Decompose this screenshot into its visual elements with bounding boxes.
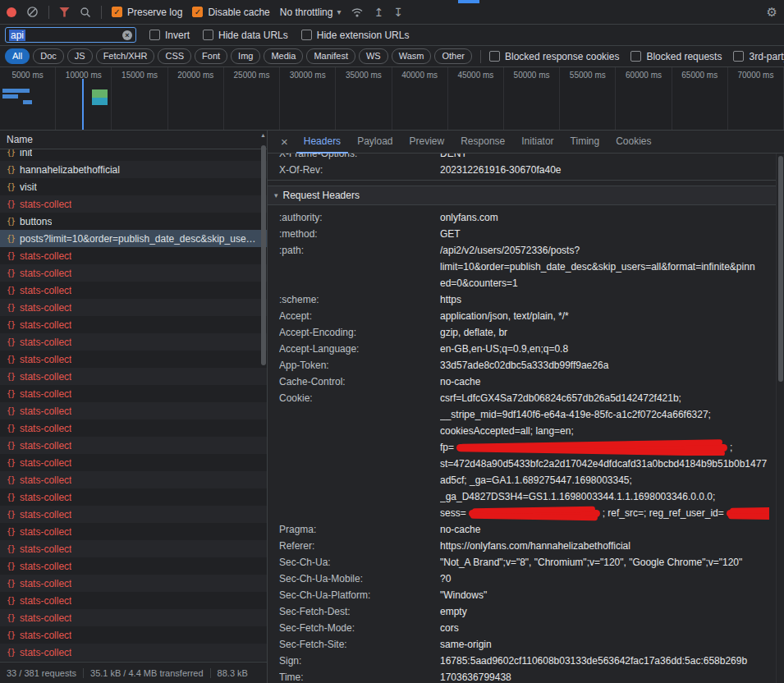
request-row[interactable]: {}stats-collect: [0, 557, 267, 575]
braces-icon: {}: [7, 544, 15, 553]
network-conditions-icon[interactable]: [351, 7, 364, 18]
filter-chip-font[interactable]: Font: [195, 48, 227, 64]
record-button[interactable]: [7, 7, 16, 17]
request-row[interactable]: {}stats-collect: [0, 368, 267, 385]
header-name: App-Token:: [279, 357, 440, 374]
request-row[interactable]: {}stats-collect: [0, 523, 267, 540]
tab-cookies[interactable]: Cookies: [608, 131, 658, 154]
search-icon[interactable]: [80, 7, 91, 18]
header-value: cors: [440, 620, 769, 636]
filter-chip-other[interactable]: Other: [434, 48, 472, 64]
request-row[interactable]: {}hannahelizabethofficial: [0, 161, 267, 178]
filter-chip-js[interactable]: JS: [67, 48, 93, 64]
header-value-line: __stripe_mid=9df140f6-e64a-419e-85fc-a1c…: [440, 406, 769, 423]
braces-icon: {}: [7, 613, 15, 622]
request-row[interactable]: {}stats-collect: [0, 471, 267, 488]
request-row[interactable]: {}stats-collect: [0, 488, 267, 506]
3rd-party-requests-checkbox[interactable]: 3rd-party requests: [733, 51, 784, 62]
disable-cache-checkbox[interactable]: ✓ Disable cache: [192, 7, 269, 18]
tab-timing[interactable]: Timing: [563, 131, 607, 154]
filter-chip-manifest[interactable]: Manifest: [306, 48, 355, 64]
request-row[interactable]: {}stats-collect: [0, 333, 267, 351]
braces-icon: {}: [7, 199, 15, 209]
timeline-tick-label: 15000 ms: [112, 71, 167, 80]
preserve-log-checkbox[interactable]: ✓ Preserve log: [112, 7, 182, 18]
filter-funnel-icon[interactable]: [59, 7, 70, 17]
clear-filter-icon[interactable]: ×: [122, 30, 132, 40]
filter-chip-media[interactable]: Media: [264, 48, 303, 64]
request-row[interactable]: {}stats-collect: [0, 454, 267, 471]
request-row[interactable]: {}init: [0, 149, 267, 161]
filter-chip-doc[interactable]: Doc: [33, 48, 64, 64]
header-value-text: sess=: [440, 505, 466, 521]
tab-response[interactable]: Response: [453, 131, 512, 154]
tab-preview[interactable]: Preview: [402, 131, 452, 154]
hide-extension-urls-checkbox[interactable]: Hide extension URLs: [301, 30, 410, 41]
name-column-header[interactable]: Name: [0, 131, 267, 149]
request-headers-section[interactable]: ▾Request Headers: [268, 186, 784, 205]
filter-chip-ws[interactable]: WS: [359, 48, 388, 64]
header-name: Sign:: [279, 653, 440, 669]
blocked-requests-checkbox[interactable]: Blocked requests: [630, 51, 722, 62]
headers-detail-pane: X-Frame-Options:DENYX-Of-Rev:20231226191…: [268, 154, 784, 683]
tab-initiator[interactable]: Initiator: [514, 131, 561, 154]
request-row[interactable]: {}stats-collect: [0, 195, 267, 213]
filter-chip-all[interactable]: All: [5, 48, 30, 64]
request-name: stats-collect: [20, 474, 71, 486]
request-list-scrollbar[interactable]: ▲: [259, 132, 267, 660]
header-value: "Windows": [440, 587, 769, 603]
request-row[interactable]: {}posts?limit=10&order=publish_date_desc…: [0, 230, 267, 247]
request-row[interactable]: {}stats-collect: [0, 575, 267, 592]
request-row[interactable]: {}stats-collect: [0, 247, 267, 264]
request-row[interactable]: {}stats-collect: [0, 540, 267, 557]
tab-payload[interactable]: Payload: [350, 131, 400, 154]
scroll-up-arrow-icon[interactable]: ▲: [260, 132, 266, 140]
details-scrollbar[interactable]: [776, 154, 784, 683]
throttling-dropdown[interactable]: No throttling ▾: [280, 7, 342, 18]
export-har-icon[interactable]: ↧: [393, 6, 403, 19]
request-row[interactable]: {}stats-collect: [0, 402, 267, 419]
timeline-overview[interactable]: 5000 ms10000 ms15000 ms20000 ms25000 ms3…: [0, 67, 784, 131]
header-value: GET: [440, 226, 769, 242]
request-name: stats-collect: [20, 526, 71, 538]
braces-icon: {}: [7, 527, 15, 536]
request-row[interactable]: {}stats-collect: [0, 351, 267, 368]
filter-chip-css[interactable]: CSS: [158, 48, 191, 64]
filter-chip-img[interactable]: Img: [231, 48, 260, 64]
request-name: stats-collect: [20, 423, 71, 434]
request-row[interactable]: {}visit: [0, 178, 267, 195]
braces-icon: {}: [7, 165, 15, 174]
filter-chip-fetch-xhr[interactable]: Fetch/XHR: [96, 48, 155, 64]
request-row[interactable]: {}stats-collect: [0, 506, 267, 523]
request-row[interactable]: {}buttons: [0, 213, 267, 230]
settings-gear-icon[interactable]: ⚙: [767, 5, 777, 20]
request-row[interactable]: {}stats-collect: [0, 437, 267, 454]
filter-input[interactable]: api ×: [5, 27, 136, 43]
checkbox-unchecked-icon: [149, 30, 160, 40]
braces-icon: {}: [7, 372, 15, 381]
header-value: 33d57ade8c02dbc5a333db99ff9ae26a: [440, 357, 769, 374]
request-row[interactable]: {}stats-collect: [0, 385, 267, 402]
tab-headers[interactable]: Headers: [296, 131, 348, 154]
request-row[interactable]: {}stats-collect: [0, 264, 267, 282]
request-row[interactable]: {}stats-collect: [0, 644, 267, 661]
scrollbar-thumb[interactable]: [261, 145, 266, 365]
invert-checkbox[interactable]: Invert: [149, 30, 190, 41]
blocked-response-cookies-checkbox[interactable]: Blocked response cookies: [489, 51, 619, 62]
request-row[interactable]: {}stats-collect: [0, 299, 267, 316]
header-value: csrf=LdfcGX4Sa72db06824c657db26a5d142472…: [440, 390, 769, 521]
filter-chip-wasm[interactable]: Wasm: [392, 48, 432, 64]
request-row[interactable]: {}stats-collect: [0, 592, 267, 609]
hide-data-urls-checkbox[interactable]: Hide data URLs: [203, 30, 288, 41]
scrollbar-thumb[interactable]: [778, 156, 783, 382]
clear-icon[interactable]: [26, 6, 39, 18]
import-har-icon[interactable]: ↥: [374, 6, 383, 19]
request-row[interactable]: {}stats-collect: [0, 626, 267, 644]
close-details-icon[interactable]: ×: [274, 135, 295, 149]
request-row[interactable]: {}stats-collect: [0, 609, 267, 626]
request-row[interactable]: {}stats-collect: [0, 419, 267, 437]
request-row[interactable]: {}stats-collect: [0, 282, 267, 299]
request-name: stats-collect: [20, 406, 71, 417]
header-value: /api2/v2/users/20572336/posts?limit=10&o…: [440, 242, 769, 291]
request-row[interactable]: {}stats-collect: [0, 316, 267, 333]
